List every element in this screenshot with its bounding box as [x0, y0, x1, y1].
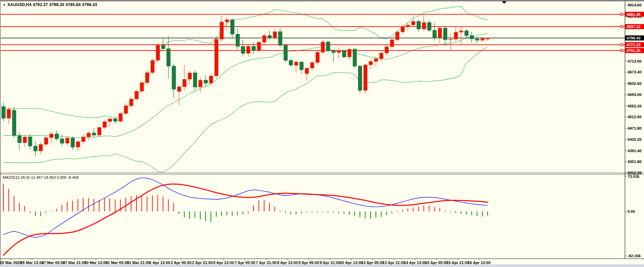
- candle-bear: [71, 138, 74, 147]
- candle-bear: [12, 110, 16, 135]
- macd-tick-label: 0.00: [627, 209, 635, 213]
- candle-bull: [374, 59, 378, 61]
- candle-bull: [156, 45, 160, 61]
- candle-bear: [252, 46, 256, 51]
- candle-bear: [230, 20, 234, 34]
- price-tick-label: 4632.60: [627, 81, 642, 86]
- candle-bull: [225, 20, 229, 22]
- chart-canvas[interactable]: 4914.604873.804713.004673.404632.604593.…: [0, 0, 644, 267]
- candle-bull: [390, 40, 394, 47]
- price-tick-label: 4552.20: [627, 104, 642, 108]
- candle-bull: [23, 137, 27, 143]
- candle-bull: [188, 73, 192, 79]
- candle-bull: [247, 46, 250, 54]
- price-badge-label: 4751.25: [626, 48, 641, 53]
- candle-bear: [193, 73, 197, 87]
- price-tick-label: 4914.60: [627, 3, 642, 7]
- time-tick-label: 8 Apr 13:00: [277, 261, 298, 265]
- time-tick-label: 7 Apr 05:00: [234, 261, 255, 265]
- candle-bull: [380, 53, 383, 59]
- candle-bull: [262, 36, 266, 42]
- candle-bull: [486, 38, 490, 39]
- candle-bull: [406, 25, 410, 26]
- price-tick-label: 4351.80: [627, 160, 642, 164]
- candle-bear: [167, 49, 170, 66]
- level-line-handle[interactable]: [620, 26, 623, 28]
- price-tick-label: 4432.20: [627, 137, 642, 141]
- chart-ohlc-header: ▼XAUUSD,H44792.374798.304785.844796.43: [3, 2, 98, 7]
- candle-bear: [443, 28, 447, 40]
- time-tick-label: 6 Apr 13:00: [213, 261, 234, 265]
- candle-bull: [140, 82, 144, 91]
- time-tick-label: 2 Apr 05:00: [171, 261, 192, 265]
- price-tick-label: 4512.60: [627, 115, 642, 119]
- candle-bull: [310, 63, 314, 68]
- candle-bull: [215, 39, 218, 76]
- candle-bear: [172, 66, 176, 90]
- time-tick-label: 16 Apr 13:00: [468, 261, 490, 265]
- candle-bull: [273, 32, 277, 38]
- time-tick-label: 25 Mar 2026: [0, 261, 22, 265]
- candle-bear: [18, 135, 21, 143]
- candle-bear: [289, 60, 293, 65]
- candle-bull: [422, 23, 426, 29]
- bottom-strip: [0, 265, 644, 267]
- candle-bear: [204, 80, 207, 83]
- symbol-dropdown-icon[interactable]: ▼: [3, 3, 6, 7]
- candle-bear: [34, 146, 37, 151]
- candle-bull: [363, 65, 367, 90]
- candle-bull: [305, 68, 309, 74]
- time-tick-label: 27 Mar 21:00: [63, 261, 86, 265]
- candle-bear: [279, 32, 282, 45]
- candle-bull: [124, 106, 128, 113]
- candle-bull: [337, 51, 341, 53]
- level-line-handle[interactable]: [620, 43, 623, 46]
- candle-bear: [300, 62, 303, 70]
- candle-bull: [459, 31, 463, 32]
- candle-bull: [316, 52, 319, 63]
- candle-bear: [236, 34, 239, 46]
- level-line-handle[interactable]: [620, 13, 623, 15]
- chart-background: [0, 0, 644, 267]
- time-tick-label: 1 Apr 13:00: [150, 261, 170, 265]
- candle-bear: [433, 30, 437, 38]
- time-tick-label: 31 Mar 05:00: [105, 261, 129, 265]
- time-tick-label: 14 Apr 13:00: [404, 261, 427, 265]
- candle-bull: [199, 80, 202, 87]
- time-tick-label: 13 Apr 21:00: [383, 261, 406, 265]
- candle-bear: [358, 66, 362, 91]
- level-line-handle[interactable]: [620, 49, 623, 52]
- price-tick-label: 4673.40: [627, 70, 642, 74]
- open-value: 4792.37: [33, 2, 48, 7]
- candle-bear: [241, 46, 245, 54]
- candle-bull: [454, 32, 458, 39]
- candle-bear: [284, 45, 287, 61]
- candle-bull: [209, 76, 213, 84]
- candle-bull: [97, 127, 101, 135]
- candle-bear: [470, 36, 474, 39]
- candle-bull: [129, 99, 133, 106]
- candle-bull: [50, 134, 53, 138]
- window-left-border: [0, 0, 1, 265]
- candle-bull: [401, 26, 405, 32]
- candle-bear: [353, 49, 357, 66]
- high-value: 4798.30: [49, 2, 64, 7]
- price-tick-label: 4593.00: [627, 93, 642, 97]
- candle-bull: [39, 144, 43, 151]
- candle-bull: [412, 21, 415, 25]
- time-tick-label: 9 Apr 21:00: [320, 261, 341, 265]
- candle-bear: [161, 45, 165, 49]
- price-badge-label: 4796.43: [626, 36, 641, 40]
- macd-tick-label: -92.156: [627, 254, 641, 258]
- time-tick-label: 7 Apr 21:00: [256, 261, 277, 265]
- candle-bull: [108, 119, 112, 122]
- price-tick-label: 4391.40: [627, 149, 642, 153]
- time-tick-label: 2 Apr 21:00: [192, 261, 213, 265]
- price-badge-label: 4772.19: [626, 43, 641, 47]
- price-tick-label: 4713.00: [627, 59, 642, 63]
- candle-bull: [481, 39, 484, 40]
- price-tick-label: 4471.80: [627, 126, 642, 130]
- candle-bear: [28, 137, 32, 146]
- candle-bear: [60, 139, 64, 143]
- time-tick-label: 26 Mar 13:00: [21, 261, 44, 265]
